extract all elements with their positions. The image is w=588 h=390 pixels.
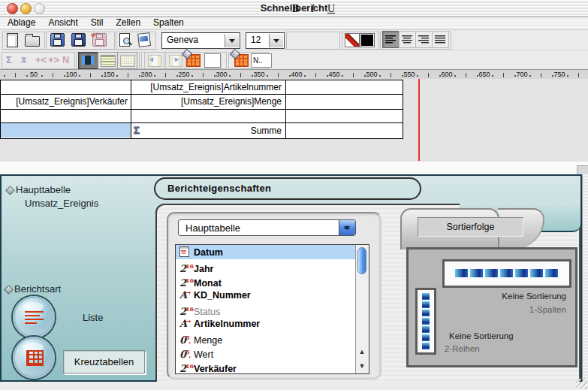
report-type-label: Berichtsart <box>14 283 61 295</box>
ruler-tick <box>154 75 155 77</box>
color-swatch[interactable] <box>360 33 375 47</box>
schnellbericht-window: Schnellbericht AblageAnsichtStilZellenSp… <box>0 0 588 390</box>
align-justify-button[interactable] <box>432 31 449 48</box>
columns-sort-box[interactable] <box>442 259 571 288</box>
menu-zellen[interactable]: Zellen <box>116 17 140 28</box>
ruler-tick <box>492 75 493 77</box>
vertical-scrollbar[interactable]: ▲ ▼ <box>355 245 369 373</box>
scroll-down-icon[interactable]: ▼ <box>356 359 368 373</box>
size-select-arrow-icon[interactable] <box>269 34 283 47</box>
ruler-tick <box>379 75 381 77</box>
menu-ansicht[interactable]: Ansicht <box>48 17 77 28</box>
ruler-tick <box>315 73 316 77</box>
grid-line <box>0 80 403 80</box>
print-icon[interactable] <box>137 32 151 47</box>
summe-row-highlight[interactable] <box>1 123 131 138</box>
align-center-button[interactable] <box>399 31 416 48</box>
view-rows-button[interactable] <box>98 52 118 69</box>
ruler-tick <box>304 75 306 77</box>
list-report-label[interactable]: Liste <box>83 312 103 323</box>
field-Verkäufer[interactable]: 216Verkäufer <box>176 359 369 373</box>
align-justify-icon <box>435 35 445 44</box>
revert-arrow-icon: ↩ <box>91 29 99 41</box>
scrollbar-thumb[interactable] <box>357 247 366 274</box>
align-left-button[interactable] <box>382 31 400 48</box>
alpha-type-icon: A→ <box>179 288 194 302</box>
fill-color-swatch[interactable] <box>204 53 221 68</box>
arrow-right-icon: ▸ <box>175 55 179 63</box>
average-button: x̄ <box>21 54 26 65</box>
sort-stripe-segment <box>455 269 468 277</box>
ruler-tick <box>267 75 268 77</box>
new-report-icon[interactable] <box>7 33 18 47</box>
cell-summe[interactable]: Summe <box>131 125 284 136</box>
ruler-tick <box>454 75 456 77</box>
cell-fill-icon[interactable] <box>186 54 201 67</box>
field-Wert[interactable]: 05.Wert <box>176 345 369 359</box>
sort-stripe-segment <box>422 326 430 333</box>
bold-button[interactable]: B <box>292 3 299 15</box>
crosstab-report-label[interactable]: Kreuztabellen <box>63 350 145 373</box>
align-right-button[interactable] <box>415 31 433 48</box>
ruler-tick <box>90 73 91 77</box>
field-Jahr[interactable]: 216Jahr <box>176 259 369 274</box>
crosstab-report-button[interactable] <box>13 337 55 379</box>
font-color-icon[interactable] <box>345 33 360 47</box>
view-pattern-button[interactable] <box>117 52 137 69</box>
master-table-value[interactable]: Umsatz_Ereignis <box>25 198 98 209</box>
italic-button[interactable]: I <box>311 3 315 15</box>
menu-ablage[interactable]: Ablage <box>8 17 35 28</box>
ruler-label-50: 50 <box>24 71 44 78</box>
field-name: Verkäufer <box>194 364 237 374</box>
page-break-guide <box>418 79 420 161</box>
ruler-tick <box>567 75 568 77</box>
ruler-label-100: 100 <box>62 71 81 78</box>
view-columns-button[interactable] <box>78 52 98 69</box>
underline-button[interactable]: U <box>327 3 335 15</box>
font-select[interactable]: Geneva <box>161 32 240 49</box>
sort-stripe-segment <box>485 269 498 277</box>
cell-artikelnummer[interactable]: [Umsatz_Ereignis]Artikelnummer <box>131 82 284 92</box>
revert-icon: ↩ <box>92 33 107 47</box>
scroll-up-icon[interactable]: ▲ <box>356 345 368 359</box>
field-KD_Nummer[interactable]: A→KD_Nummer <box>176 288 369 302</box>
sort-stripe-segment <box>422 318 430 325</box>
ruler-tick <box>229 75 231 77</box>
page-preview-icon[interactable] <box>119 33 130 47</box>
alt-fill-icon[interactable] <box>234 54 249 67</box>
field-Datum[interactable]: Datum <box>176 245 369 259</box>
cell-verkaeufer[interactable]: [Umsatz_Ereignis]Verkäufer <box>0 96 130 107</box>
rows-sort-status: Keine Sortierung <box>449 331 514 340</box>
save-icon[interactable] <box>50 33 65 47</box>
align-center-icon <box>402 35 412 44</box>
menu-spalten[interactable]: Spalten <box>153 17 184 28</box>
rows-stripes-icon <box>422 293 430 349</box>
font-select-arrow-icon[interactable] <box>225 34 239 47</box>
resize-grip[interactable] <box>576 379 587 389</box>
ruler-label-200: 200 <box>137 71 156 78</box>
list-report-button[interactable] <box>13 296 55 338</box>
cell-menge[interactable]: [Umsatz_Ereignis]Menge <box>131 96 284 107</box>
size-select-value: 12 <box>251 35 261 45</box>
field-Monat[interactable]: 216Monat <box>176 274 369 288</box>
rows-sort-box[interactable] <box>415 288 436 355</box>
ruler-tick <box>390 73 391 77</box>
field-Status[interactable]: 216Status <box>176 302 369 316</box>
ruler-tick <box>165 73 166 77</box>
alt-fill-value[interactable]: N.. <box>251 53 272 68</box>
view-pattern-icon <box>120 55 135 67</box>
size-select[interactable]: 12 <box>246 32 285 49</box>
align-left-icon <box>385 35 396 44</box>
field-name: Datum <box>194 247 223 258</box>
field-Artikelnummer[interactable]: A→Artikelnummer <box>176 316 369 331</box>
fields-list[interactable]: Datum216Jahr216MonatA→KD_Nummer216Status… <box>175 244 369 374</box>
open-report-icon[interactable] <box>25 36 40 47</box>
table-popup[interactable]: Haupttabelle <box>178 219 356 236</box>
popup-arrows-icon[interactable] <box>339 220 355 235</box>
menu-stil[interactable]: Stil <box>91 17 104 28</box>
int-type-icon: 216 <box>179 359 194 374</box>
toolbar-main <box>0 29 588 50</box>
field-Menge[interactable]: 05.Menge <box>176 331 369 345</box>
view-rows-icon <box>101 55 116 67</box>
save-as-icon[interactable] <box>71 33 86 47</box>
